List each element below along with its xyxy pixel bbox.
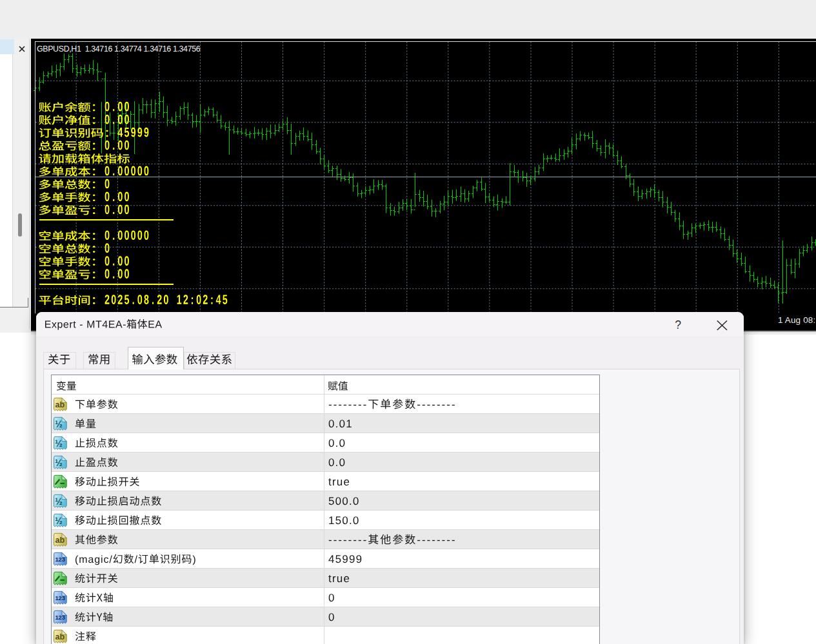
- svg-text:½: ½: [55, 496, 63, 507]
- svg-text:ab: ab: [55, 400, 65, 409]
- svg-text:½: ½: [55, 438, 63, 449]
- svg-text:½: ½: [55, 516, 63, 526]
- svg-text:123: 123: [55, 594, 65, 601]
- svg-text:123: 123: [55, 614, 65, 621]
- svg-text:½: ½: [55, 419, 63, 429]
- svg-text:ab: ab: [55, 632, 65, 641]
- svg-text:123: 123: [55, 556, 65, 563]
- svg-text:½: ½: [55, 458, 63, 468]
- svg-text:ab: ab: [55, 536, 65, 545]
